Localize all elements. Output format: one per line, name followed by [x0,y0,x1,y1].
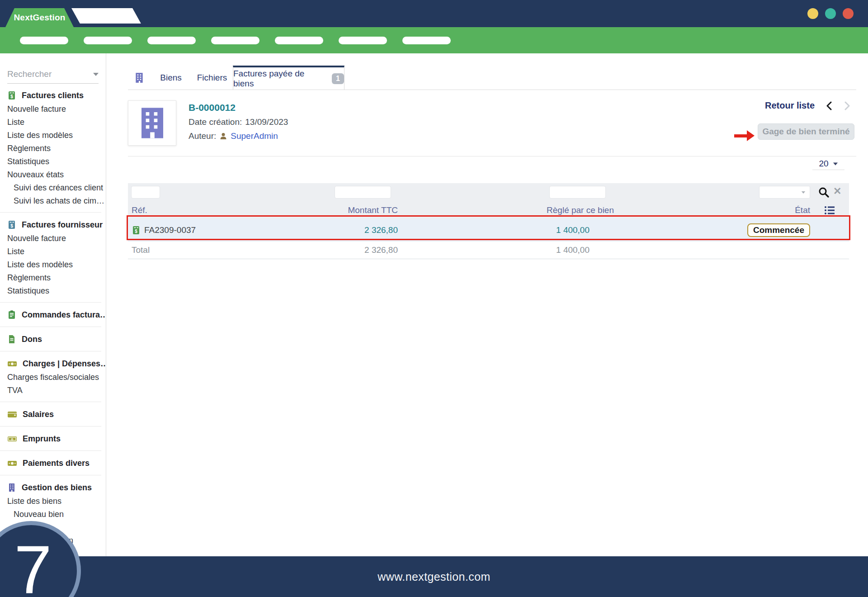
filter-input-paid[interactable] [549,186,606,199]
page-size-select[interactable]: 20 [812,158,844,170]
window-dot-yellow[interactable] [807,8,818,19]
building-icon [134,72,144,83]
sidebar-item[interactable]: Règlements [0,271,106,284]
sidebar-section-label: Factures fournisseur [22,220,103,230]
sidebar-item[interactable]: Liste des biens [0,495,106,508]
sidebar-section-label: Salaires [23,410,54,419]
record-date-line: Date création: 13/09/2023 [189,117,288,127]
header-paid[interactable]: Règlé par ce bien [402,205,616,215]
brand-logo: NextGestion [5,8,74,27]
search-icon[interactable] [818,186,830,198]
sidebar-section-factures-clients[interactable]: $ Factures clients [0,88,106,103]
sidebar-item[interactable]: Liste [0,116,106,129]
sidebar-section-emprunts[interactable]: 0 Emprunts [0,431,106,446]
sidebar-section-commandes[interactable]: Commandes factura… [0,308,106,322]
record-id[interactable]: B-0000012 [189,102,288,113]
sidebar-subitem[interactable]: Suivi des créances client [0,181,106,194]
cell-ref: $ FA2309-0037 [128,225,253,235]
main-navbar [0,27,868,53]
sidebar-item[interactable]: Nouvelle facture [0,103,106,116]
section-divider [128,156,856,156]
footer-url: www.nextgestion.com [377,570,490,583]
record-author-line: Auteur: SuperAdmin [189,131,288,141]
window-controls [807,8,854,19]
invoice-ref[interactable]: FA2309-0037 [144,225,196,235]
sidebar-item[interactable]: Liste des modèles [0,129,106,142]
sidebar-section-dons[interactable]: Dons [0,332,106,346]
person-icon [219,132,227,140]
sidebar-section-salaires[interactable]: Salaires [0,407,106,422]
app-window: NextGestion Rechercher $ Factures client… [0,0,868,597]
cell-state: Commencée [616,223,810,237]
sidebar-item[interactable]: Charges fiscales/sociales [0,371,106,384]
tab-record-icon[interactable] [128,66,151,90]
sidebar-section-charges[interactable]: Charges | Dépenses… [0,356,106,371]
list-icon[interactable] [824,205,835,215]
gage-termine-button[interactable]: Gage de bien terminé [758,123,854,140]
window-dot-red[interactable] [843,8,854,19]
sidebar-divider [0,327,101,327]
nav-pill-7[interactable] [402,37,451,44]
sidebar-item[interactable]: Liste des modèles [0,258,106,271]
record-date-value: 13/09/2023 [245,117,288,127]
column-settings-icon-cell[interactable] [810,205,849,215]
header-state[interactable]: État [616,205,810,215]
sidebar-item[interactable]: TVA [0,384,106,397]
nav-pill-3[interactable] [147,37,196,44]
svg-text:0: 0 [11,437,14,441]
sidebar: Rechercher $ Factures clients Nouvelle f… [0,53,106,556]
sidebar-divider [0,450,101,451]
window-dot-teal[interactable] [825,8,836,19]
sidebar-section-label: Gestion des biens [22,483,92,493]
sidebar-section-label: Charges | Dépenses… [23,359,106,369]
sidebar-item[interactable]: Liste [0,245,106,258]
chevron-left-icon[interactable] [826,101,833,110]
brand-name: NextGestion [14,13,65,23]
sidebar-section-label: Dons [22,335,42,344]
building-icon [7,483,16,492]
header-amount[interactable]: Montant TTC [253,205,402,215]
nav-pill-5[interactable] [275,37,323,44]
back-to-list-link[interactable]: Retour liste [765,100,815,111]
sidebar-subitem[interactable]: Nouveau bien [0,508,106,521]
total-paid: 1 400,00 [402,245,616,255]
invoices-table: ✕ Réf. Montant TTC Règlé par ce bien Éta… [128,183,849,259]
nav-pill-1[interactable] [20,37,68,44]
sidebar-subitem[interactable]: Suivi les achats de cim… [0,194,106,208]
back-navigation: Retour liste [765,100,851,111]
table-header-row: Réf. Montant TTC Règlé par ce bien État [128,201,849,219]
page-size-value: 20 [819,159,828,169]
sidebar-section-gestion-biens[interactable]: Gestion des biens [0,480,106,495]
nav-pill-6[interactable] [339,37,387,44]
sidebar-divider [0,426,101,426]
tab-biens[interactable]: Biens [151,66,191,90]
sidebar-search-select[interactable]: Rechercher [7,65,99,84]
nav-pill-2[interactable] [84,37,132,44]
clear-filter-icon[interactable]: ✕ [833,185,841,197]
tab-fichiers[interactable]: Fichiers [191,66,233,90]
chevron-right-icon[interactable] [844,101,851,110]
invoice-icon: $ [132,226,141,235]
filter-input-amount[interactable] [335,186,391,199]
sidebar-item[interactable]: Nouveaux états [0,168,106,181]
filter-input-ref[interactable] [131,186,160,199]
page-number: 7 [14,535,52,597]
filter-select-state[interactable] [759,186,810,199]
header-ref[interactable]: Réf. [128,205,253,215]
sidebar-section-paiements[interactable]: Paiements divers [0,456,106,470]
sidebar-item[interactable]: Statistiques [0,155,106,168]
document-icon [7,335,16,344]
sidebar-section-label: Emprunts [23,434,61,444]
record-date-label: Date création: [189,117,242,127]
invoice-row[interactable]: $ FA2309-0037 2 326,80 1 400,00 Commencé… [128,219,849,242]
sidebar-item[interactable]: Nouvelle facture [0,232,106,245]
svg-text:$: $ [10,94,13,99]
sidebar-item[interactable]: Règlements [0,142,106,155]
sidebar-section-factures-fournisseur[interactable]: $ Factures fournisseur [0,218,106,232]
sidebar-item[interactable]: Statistiques [0,284,106,298]
record-author-value[interactable]: SuperAdmin [231,131,278,141]
nav-pill-4[interactable] [211,37,259,44]
invoice-icon: $ [7,220,16,229]
total-amount: 2 326,80 [253,245,402,255]
tab-factures-payee[interactable]: Factures payée de biens 1 [233,66,344,90]
